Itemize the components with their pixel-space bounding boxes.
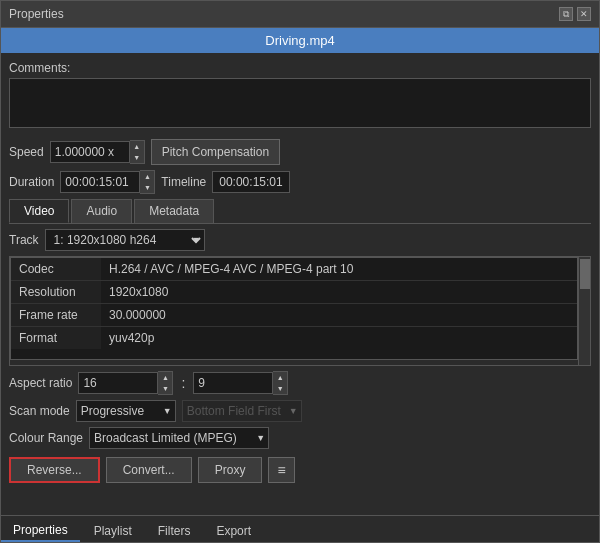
tab-metadata[interactable]: Metadata bbox=[134, 199, 214, 223]
window-title: Properties bbox=[9, 7, 64, 21]
pitch-compensation-button[interactable]: Pitch Compensation bbox=[151, 139, 280, 165]
close-button[interactable]: ✕ bbox=[577, 7, 591, 21]
content-area: Comments: Speed ▲ ▼ Pitch Compensation D… bbox=[1, 53, 599, 515]
speed-spinner: ▲ ▼ bbox=[130, 140, 145, 164]
track-dropdown-wrapper: 1: 1920x1080 h264 ▼ bbox=[45, 229, 205, 251]
aspect-ratio-label: Aspect ratio bbox=[9, 376, 72, 390]
tab-video[interactable]: Video bbox=[9, 199, 69, 223]
prop-key-codec: Codec bbox=[11, 258, 101, 280]
menu-button[interactable]: ≡ bbox=[268, 457, 294, 483]
properties-window: Properties ⧉ ✕ Driving.mp4 Comments: Spe… bbox=[0, 0, 600, 543]
scrollbar-thumb[interactable] bbox=[580, 259, 590, 289]
title-bar: Properties ⧉ ✕ bbox=[1, 1, 599, 28]
scan-mode-label: Scan mode bbox=[9, 404, 70, 418]
bottom-field-select[interactable]: Bottom Field First bbox=[182, 400, 302, 422]
duration-spinner: ▲ ▼ bbox=[140, 170, 155, 194]
speed-row: Speed ▲ ▼ Pitch Compensation bbox=[9, 139, 591, 165]
aspect-height-group: ▲ ▼ bbox=[193, 371, 288, 395]
duration-label: Duration bbox=[9, 175, 54, 189]
prop-val-codec: H.264 / AVC / MPEG-4 AVC / MPEG-4 part 1… bbox=[101, 258, 577, 280]
colour-range-label: Colour Range bbox=[9, 431, 83, 445]
footer-tab-playlist[interactable]: Playlist bbox=[82, 520, 144, 542]
table-row: Resolution 1920x1080 bbox=[11, 281, 577, 304]
file-title: Driving.mp4 bbox=[1, 28, 599, 53]
footer-tabs: Properties Playlist Filters Export bbox=[1, 515, 599, 542]
restore-button[interactable]: ⧉ bbox=[559, 7, 573, 21]
scrollbar-track[interactable] bbox=[578, 257, 590, 365]
proxy-button[interactable]: Proxy bbox=[198, 457, 263, 483]
duration-input-group: ▲ ▼ bbox=[60, 170, 155, 194]
scan-mode-row: Scan mode Progressive Interlaced ▼ Botto… bbox=[9, 400, 591, 422]
convert-button[interactable]: Convert... bbox=[106, 457, 192, 483]
aspect-width-group: ▲ ▼ bbox=[78, 371, 173, 395]
speed-label: Speed bbox=[9, 145, 44, 159]
speed-up-btn[interactable]: ▲ bbox=[130, 141, 144, 152]
footer-tab-filters[interactable]: Filters bbox=[146, 520, 203, 542]
colour-range-row: Colour Range Broadcast Limited (MPEG) Fu… bbox=[9, 427, 591, 449]
prop-key-framerate: Frame rate bbox=[11, 304, 101, 326]
timeline-value: 00:00:15:01 bbox=[212, 171, 289, 193]
duration-down-btn[interactable]: ▼ bbox=[140, 182, 154, 193]
track-row: Track 1: 1920x1080 h264 ▼ bbox=[9, 229, 591, 251]
tab-audio[interactable]: Audio bbox=[71, 199, 132, 223]
aspect-width-input[interactable] bbox=[78, 372, 158, 394]
aspect-height-input[interactable] bbox=[193, 372, 273, 394]
colour-range-dropdown-wrapper: Broadcast Limited (MPEG) Full Range ▼ bbox=[89, 427, 269, 449]
comments-section: Comments: bbox=[9, 61, 591, 131]
aspect-width-spinner: ▲ ▼ bbox=[158, 371, 173, 395]
speed-input[interactable] bbox=[50, 141, 130, 163]
footer-tab-properties[interactable]: Properties bbox=[1, 520, 80, 542]
prop-val-framerate: 30.000000 bbox=[101, 304, 577, 326]
aspect-height-down[interactable]: ▼ bbox=[273, 383, 287, 394]
comments-label: Comments: bbox=[9, 61, 591, 75]
aspect-width-down[interactable]: ▼ bbox=[158, 383, 172, 394]
duration-input[interactable] bbox=[60, 171, 140, 193]
prop-val-format: yuv420p bbox=[101, 327, 577, 349]
scan-mode-dropdown-wrapper: Progressive Interlaced ▼ bbox=[76, 400, 176, 422]
duration-row: Duration ▲ ▼ Timeline 00:00:15:01 bbox=[9, 170, 591, 194]
track-select[interactable]: 1: 1920x1080 h264 bbox=[45, 229, 205, 251]
table-row: Format yuv420p bbox=[11, 327, 577, 349]
prop-val-resolution: 1920x1080 bbox=[101, 281, 577, 303]
bottom-field-dropdown-wrapper: Bottom Field First ▼ bbox=[182, 400, 302, 422]
track-label: Track bbox=[9, 233, 39, 247]
comments-input[interactable] bbox=[9, 78, 591, 128]
table-row: Codec H.264 / AVC / MPEG-4 AVC / MPEG-4 … bbox=[11, 258, 577, 281]
footer-tab-export[interactable]: Export bbox=[204, 520, 263, 542]
scan-mode-select[interactable]: Progressive Interlaced bbox=[76, 400, 176, 422]
reverse-button[interactable]: Reverse... bbox=[9, 457, 100, 483]
action-buttons: Reverse... Convert... Proxy ≡ bbox=[9, 457, 591, 483]
prop-key-format: Format bbox=[11, 327, 101, 349]
window-controls: ⧉ ✕ bbox=[559, 7, 591, 21]
colour-range-select[interactable]: Broadcast Limited (MPEG) Full Range bbox=[89, 427, 269, 449]
properties-table: Codec H.264 / AVC / MPEG-4 AVC / MPEG-4 … bbox=[10, 257, 578, 360]
speed-input-group: ▲ ▼ bbox=[50, 140, 145, 164]
aspect-colon: : bbox=[181, 375, 185, 391]
table-row: Frame rate 30.000000 bbox=[11, 304, 577, 327]
aspect-height-spinner: ▲ ▼ bbox=[273, 371, 288, 395]
aspect-ratio-row: Aspect ratio ▲ ▼ : ▲ ▼ bbox=[9, 371, 591, 395]
properties-table-wrapper: Codec H.264 / AVC / MPEG-4 AVC / MPEG-4 … bbox=[9, 256, 591, 366]
prop-key-resolution: Resolution bbox=[11, 281, 101, 303]
duration-up-btn[interactable]: ▲ bbox=[140, 171, 154, 182]
timeline-label: Timeline bbox=[161, 175, 206, 189]
video-tabs: Video Audio Metadata bbox=[9, 199, 591, 224]
speed-down-btn[interactable]: ▼ bbox=[130, 152, 144, 163]
aspect-width-up[interactable]: ▲ bbox=[158, 372, 172, 383]
aspect-height-up[interactable]: ▲ bbox=[273, 372, 287, 383]
